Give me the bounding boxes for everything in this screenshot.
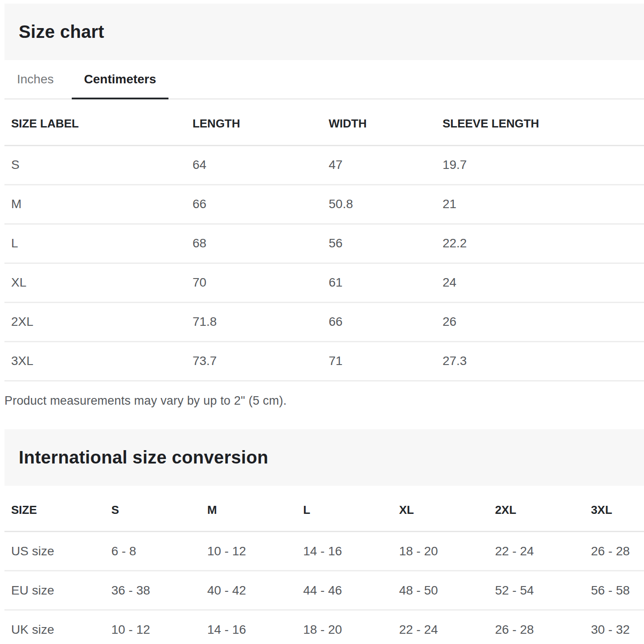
table-cell: 68 bbox=[193, 224, 329, 263]
table-cell: 70 bbox=[193, 263, 329, 302]
table-cell: 73.7 bbox=[193, 341, 329, 381]
table-row-2xl: 2XL 71.8 66 26 bbox=[4, 302, 644, 341]
table-cell: XL bbox=[4, 263, 193, 302]
table-row-l: L 68 56 22.2 bbox=[4, 224, 644, 263]
conversion-header-band: International size conversion bbox=[4, 429, 644, 486]
table-header-row: SIZE LABEL LENGTH WIDTH SLEEVE LENGTH bbox=[4, 99, 644, 145]
measurement-disclaimer: Product measurements may vary by up to 2… bbox=[4, 394, 644, 408]
column-header-sleeve-length: SLEEVE LENGTH bbox=[443, 99, 644, 145]
table-cell: 44 - 46 bbox=[303, 571, 399, 610]
table-cell: 10 - 12 bbox=[207, 532, 303, 571]
column-header-s: S bbox=[111, 486, 207, 532]
conversion-table: SIZE S M L XL 2XL 3XL US size 6 - 8 10 -… bbox=[4, 486, 644, 644]
table-cell: 47 bbox=[329, 145, 443, 185]
column-header-l: L bbox=[303, 486, 399, 532]
table-cell: 61 bbox=[329, 263, 443, 302]
table-cell: 64 bbox=[193, 145, 329, 185]
table-cell: 22 - 24 bbox=[399, 610, 495, 644]
table-cell: 52 - 54 bbox=[495, 571, 591, 610]
table-cell: 3XL bbox=[4, 341, 193, 381]
table-cell: M bbox=[4, 185, 193, 224]
table-row-xl: XL 70 61 24 bbox=[4, 263, 644, 302]
table-header-row: SIZE S M L XL 2XL 3XL bbox=[4, 486, 644, 532]
conversion-title: International size conversion bbox=[4, 447, 268, 468]
table-cell: 6 - 8 bbox=[111, 532, 207, 571]
table-row-eu: EU size 36 - 38 40 - 42 44 - 46 48 - 50 … bbox=[4, 571, 644, 610]
table-cell: 36 - 38 bbox=[111, 571, 207, 610]
table-cell: 26 bbox=[443, 302, 644, 341]
column-header-3xl: 3XL bbox=[591, 486, 644, 532]
column-header-size: SIZE bbox=[4, 486, 111, 532]
table-cell: S bbox=[4, 145, 193, 185]
table-cell: 27.3 bbox=[443, 341, 644, 381]
table-cell: 50.8 bbox=[329, 185, 443, 224]
tab-inches[interactable]: Inches bbox=[4, 60, 66, 98]
table-row-s: S 64 47 19.7 bbox=[4, 145, 644, 185]
table-row-uk: UK size 10 - 12 14 - 16 18 - 20 22 - 24 … bbox=[4, 610, 644, 644]
table-cell: 71.8 bbox=[193, 302, 329, 341]
table-cell: 18 - 20 bbox=[399, 532, 495, 571]
table-cell: 48 - 50 bbox=[399, 571, 495, 610]
table-cell: 66 bbox=[193, 185, 329, 224]
table-cell: 10 - 12 bbox=[111, 610, 207, 644]
table-cell: 14 - 16 bbox=[303, 532, 399, 571]
table-cell: 40 - 42 bbox=[207, 571, 303, 610]
column-header-2xl: 2XL bbox=[495, 486, 591, 532]
table-cell: 22.2 bbox=[443, 224, 644, 263]
table-cell: EU size bbox=[4, 571, 111, 610]
table-cell: US size bbox=[4, 532, 111, 571]
table-cell: 2XL bbox=[4, 302, 193, 341]
column-header-xl: XL bbox=[399, 486, 495, 532]
column-header-width: WIDTH bbox=[329, 99, 443, 145]
column-header-size-label: SIZE LABEL bbox=[4, 99, 193, 145]
table-cell: 14 - 16 bbox=[207, 610, 303, 644]
column-header-length: LENGTH bbox=[193, 99, 329, 145]
size-chart-title: Size chart bbox=[4, 22, 104, 42]
table-cell: 66 bbox=[329, 302, 443, 341]
table-cell: 56 bbox=[329, 224, 443, 263]
table-cell: 56 - 58 bbox=[591, 571, 644, 610]
unit-tabs: Inches Centimeters bbox=[4, 60, 644, 99]
column-header-m: M bbox=[207, 486, 303, 532]
size-chart-header-band: Size chart bbox=[4, 4, 644, 60]
table-cell: 18 - 20 bbox=[303, 610, 399, 644]
table-cell: 71 bbox=[329, 341, 443, 381]
size-chart-table: SIZE LABEL LENGTH WIDTH SLEEVE LENGTH S … bbox=[4, 99, 644, 381]
table-cell: L bbox=[4, 224, 193, 263]
table-cell: 19.7 bbox=[443, 145, 644, 185]
table-cell: 21 bbox=[443, 185, 644, 224]
table-cell: 26 - 28 bbox=[591, 532, 644, 571]
table-cell: 22 - 24 bbox=[495, 532, 591, 571]
table-cell: 30 - 32 bbox=[591, 610, 644, 644]
table-row-us: US size 6 - 8 10 - 12 14 - 16 18 - 20 22… bbox=[4, 532, 644, 571]
table-cell: 26 - 28 bbox=[495, 610, 591, 644]
table-cell: 24 bbox=[443, 263, 644, 302]
table-row-3xl: 3XL 73.7 71 27.3 bbox=[4, 341, 644, 381]
tab-centimeters[interactable]: Centimeters bbox=[72, 60, 169, 98]
size-guide-panel: Size chart Inches Centimeters SIZE LABEL… bbox=[0, 0, 644, 644]
table-row-m: M 66 50.8 21 bbox=[4, 185, 644, 224]
table-cell: UK size bbox=[4, 610, 111, 644]
